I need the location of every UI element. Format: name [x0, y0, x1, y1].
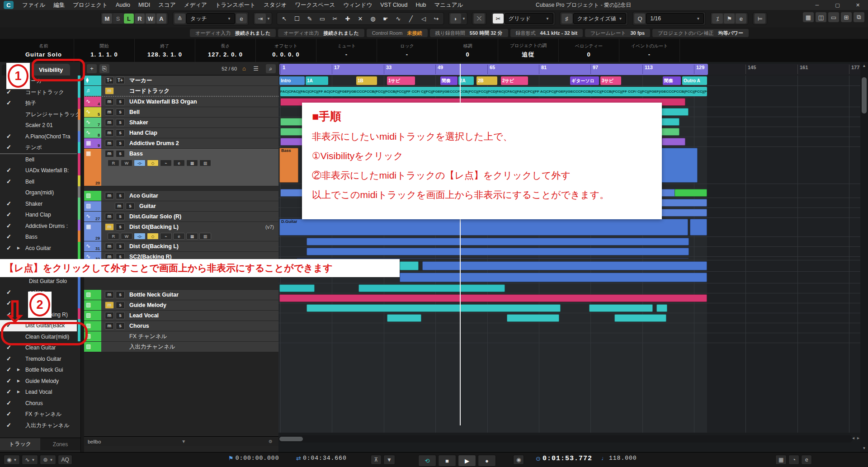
home-icon[interactable]: ⌂	[240, 64, 249, 73]
tool-button[interactable]: ✚	[342, 14, 354, 24]
menu-item[interactable]: ファイル	[18, 0, 49, 10]
visibility-item[interactable]: ✓ ▶ Shaker	[0, 198, 77, 210]
marker-event[interactable]: Outro A	[682, 76, 707, 85]
search-tracks-button[interactable]: ⌕	[266, 64, 276, 73]
track-row[interactable]: ▨ m s Aco Guitar	[84, 191, 278, 201]
automation-button[interactable]: ▦	[186, 160, 198, 166]
clip[interactable]	[656, 304, 667, 312]
visibility-item[interactable]: ✓ ▶ Hand Clap	[0, 209, 77, 221]
layout-toggle-button[interactable]: ⊞	[841, 12, 852, 22]
menu-item[interactable]: マニュアル	[430, 0, 467, 10]
track-row[interactable]: ▨ m s Lead Vocal	[84, 311, 278, 321]
automation-state-button[interactable]: W	[146, 14, 156, 24]
timeline-ruler[interactable]: 1173349658197113129145161177	[278, 64, 860, 75]
automation-button[interactable]: ◇	[147, 233, 159, 240]
check-icon[interactable]: ✓	[6, 165, 11, 176]
menu-item[interactable]: 編集	[49, 0, 69, 10]
mute-button[interactable]: m	[105, 129, 114, 137]
close-button[interactable]: ✕	[848, 0, 868, 10]
track-name[interactable]: Bell	[129, 109, 140, 115]
scroll-right-icon[interactable]: ▸	[857, 435, 859, 440]
track-row[interactable]: ∿ 31 m s Dist Gt(Backing L)	[84, 241, 278, 252]
check-icon[interactable]: ✓	[6, 376, 11, 387]
expand-arrow-icon[interactable]: ▶	[17, 364, 20, 376]
check-icon[interactable]: ✓	[6, 98, 11, 109]
track-name[interactable]: Bottle Neck Guitar	[129, 292, 179, 298]
visibility-item[interactable]: ✓ ▶ Chorus	[0, 398, 77, 409]
mute-button[interactable]: T+	[105, 77, 114, 84]
zoom-controls[interactable]: ◂ ▸	[852, 435, 859, 440]
track-name[interactable]: FX チャンネル	[129, 333, 167, 340]
tab-zones[interactable]: Zones	[40, 438, 80, 450]
automation-button[interactable]: -o-	[134, 160, 146, 166]
auto-scroll-button[interactable]: ⇥	[255, 14, 266, 24]
tempo-display[interactable]: 118.000	[609, 455, 637, 462]
automation-mode-select[interactable]: タッチ ▼	[186, 13, 235, 24]
scroll-up-icon[interactable]: ▲	[860, 64, 868, 68]
track-row[interactable]: ∿ 4 m s UADx Waterfall B3 Organ	[84, 97, 278, 107]
edit-icon[interactable]: e	[236, 14, 247, 24]
tool-button[interactable]: ◍	[367, 14, 379, 24]
quantize-select[interactable]: クオンタイズ値 ▼	[573, 13, 627, 24]
clip[interactable]	[307, 238, 689, 245]
clip[interactable]	[280, 189, 304, 197]
align-button[interactable]: ⊨	[755, 14, 765, 24]
marker-event[interactable]: 1サビ	[387, 76, 415, 85]
track-row[interactable]: ▨ m s Guide Melody	[84, 300, 278, 311]
track-row[interactable]: ▨ 入出力チャンネル	[84, 342, 278, 352]
track-name[interactable]: Shaker	[129, 119, 148, 126]
grid-type-select[interactable]: グリッド ▼	[505, 13, 553, 24]
info-value[interactable]: 0	[587, 51, 590, 58]
tool-button[interactable]: ✂	[329, 14, 341, 24]
cycle-duration-time[interactable]: 0:04:34.660	[303, 455, 347, 462]
marker-event[interactable]: 2サビ	[501, 76, 528, 85]
automation-button[interactable]: ◇	[147, 160, 159, 166]
info-value[interactable]: 128. 3. 1. 0	[147, 51, 182, 58]
visibility-item[interactable]: ✓ ▶ Scaler 2 01	[0, 120, 77, 131]
solo-button[interactable]: s	[116, 192, 125, 199]
midi-mode-button[interactable]: ⊚▼	[40, 455, 56, 465]
solo-button[interactable]: s	[116, 322, 125, 330]
solo-button[interactable]: s	[116, 291, 125, 298]
layout-toggle-button[interactable]: ▦	[803, 12, 814, 22]
menu-item[interactable]: メディア	[180, 0, 211, 10]
solo-button[interactable]: s	[126, 203, 135, 210]
info-value[interactable]: 1. 1. 1. 0	[90, 51, 118, 58]
current-time-display[interactable]: 0:01:53.772	[542, 455, 592, 462]
mute-button[interactable]: m	[105, 108, 114, 116]
info-value[interactable]: Guitar Solo	[25, 51, 62, 58]
auto-quantize-button[interactable]: AQ	[58, 455, 72, 465]
info-value[interactable]: 追従	[522, 51, 535, 59]
visibility-item[interactable]: ✓ ▶ Dist Guitar Solo	[0, 276, 77, 287]
add-track-button[interactable]: +	[87, 64, 97, 73]
tool-button[interactable]: ☛	[380, 14, 392, 24]
marker-event[interactable]: 1A	[306, 76, 328, 85]
track-name[interactable]: Guide Melody	[129, 302, 166, 308]
e-button[interactable]: e	[736, 14, 746, 24]
automation-button[interactable]: ⌁	[160, 233, 172, 240]
clip[interactable]	[660, 148, 698, 183]
check-icon[interactable]: ✓	[6, 354, 11, 365]
track-name[interactable]: Dist Gt(Backing L)	[129, 243, 179, 250]
minimize-button[interactable]: ─	[807, 0, 827, 10]
clip[interactable]	[690, 219, 707, 236]
track-row[interactable]: ⧫ T+ T+ マーカー	[84, 75, 278, 86]
tool-button[interactable]: ☐	[291, 14, 303, 24]
clip[interactable]	[660, 199, 707, 207]
check-icon[interactable]: ✓	[6, 221, 11, 232]
check-icon[interactable]: ✓	[6, 131, 11, 142]
clip[interactable]	[589, 304, 653, 312]
track-name[interactable]: Aco Guitar	[129, 193, 158, 199]
scrollbar-handle[interactable]	[279, 437, 303, 441]
e-button[interactable]: e	[801, 455, 812, 465]
track-name[interactable]: Dist.Guitar Solo (R)	[129, 213, 181, 220]
snap-type-icon[interactable]: ✂	[493, 14, 504, 24]
track-row[interactable]: ∿ 27 m s Dist.Guitar Solo (R)	[84, 212, 278, 222]
clip[interactable]	[359, 284, 505, 292]
comp-tool-button[interactable]: ◗	[450, 14, 461, 24]
check-icon[interactable]: ✓	[6, 231, 11, 243]
track-name[interactable]: Lead Vocal	[129, 312, 159, 319]
clip[interactable]	[660, 118, 679, 126]
automation-state-button[interactable]: M	[102, 14, 112, 24]
visibility-item[interactable]: ✓ ▶ アレンジャートラック	[0, 109, 77, 120]
